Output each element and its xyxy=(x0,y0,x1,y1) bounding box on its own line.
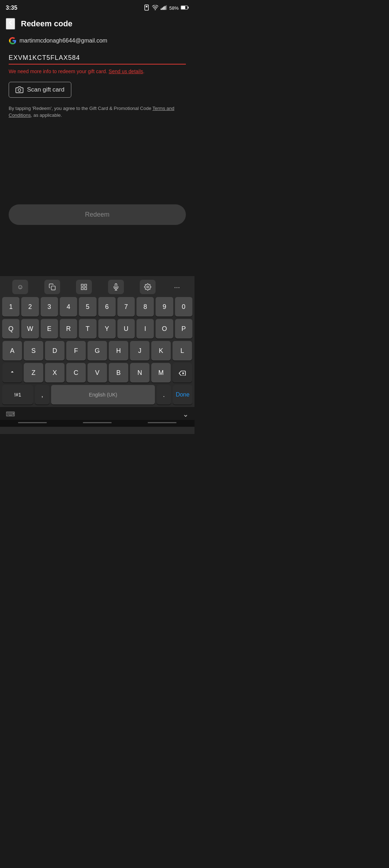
key-l[interactable]: L xyxy=(173,341,192,360)
key-k[interactable]: K xyxy=(151,341,171,360)
terms-text: By tapping 'Redeem', you agree to the Gi… xyxy=(9,105,186,119)
code-input-wrapper[interactable] xyxy=(9,52,186,65)
redeem-button[interactable]: Redeem xyxy=(9,204,186,225)
key-u[interactable]: U xyxy=(117,319,135,338)
key-a[interactable]: A xyxy=(3,341,22,360)
svg-rect-4 xyxy=(162,8,163,10)
symbol-key[interactable]: !#1 xyxy=(2,385,33,404)
key-m[interactable]: M xyxy=(151,363,171,382)
key-c[interactable]: C xyxy=(66,363,86,382)
done-key[interactable]: Done xyxy=(173,385,192,404)
back-button[interactable] xyxy=(6,18,15,30)
emoji-button[interactable]: ☺ xyxy=(12,280,28,294)
key-4[interactable]: 4 xyxy=(60,297,77,316)
svg-rect-3 xyxy=(161,8,162,10)
key-9[interactable]: 9 xyxy=(156,297,173,316)
key-1[interactable]: 1 xyxy=(2,297,19,316)
scan-button-label: Scan gift card xyxy=(27,86,64,93)
keyboard-layout-icon: ⌨ xyxy=(6,410,15,418)
settings-button[interactable] xyxy=(140,280,156,294)
redeem-button-container: Redeem xyxy=(9,204,186,225)
key-5[interactable]: 5 xyxy=(79,297,96,316)
battery-text: 58% xyxy=(169,5,179,11)
keyboard-row-zxcv: Z X C V B N M xyxy=(2,363,192,382)
key-g[interactable]: G xyxy=(88,341,107,360)
key-7[interactable]: 7 xyxy=(117,297,135,316)
key-j[interactable]: J xyxy=(130,341,149,360)
key-d[interactable]: D xyxy=(45,341,64,360)
key-f[interactable]: F xyxy=(66,341,86,360)
battery-icon xyxy=(181,5,189,11)
key-o[interactable]: O xyxy=(156,319,173,338)
key-e[interactable]: E xyxy=(41,319,58,338)
svg-rect-5 xyxy=(163,6,164,10)
key-0[interactable]: 0 xyxy=(175,297,192,316)
status-time: 3:35 xyxy=(6,5,17,11)
key-x[interactable]: X xyxy=(45,363,64,382)
page-title: Redeem code xyxy=(21,19,72,28)
svg-rect-6 xyxy=(165,6,166,10)
key-n[interactable]: N xyxy=(130,363,149,382)
key-r[interactable]: R xyxy=(60,319,77,338)
svg-rect-14 xyxy=(85,284,87,287)
key-2[interactable]: 2 xyxy=(21,297,39,316)
status-icons: 58% xyxy=(143,4,189,12)
svg-rect-10 xyxy=(181,6,185,9)
keyboard-rows: 1 2 3 4 5 6 7 8 9 0 Q W E R T Y U I O P … xyxy=(0,297,194,404)
clipboard-button[interactable] xyxy=(44,280,60,294)
header: Redeem code xyxy=(0,14,194,33)
key-s[interactable]: S xyxy=(24,341,43,360)
key-p[interactable]: P xyxy=(175,319,192,338)
error-message: We need more info to redeem your gift ca… xyxy=(9,68,186,75)
scan-gift-card-button[interactable]: Scan gift card xyxy=(9,82,71,98)
svg-rect-0 xyxy=(145,5,149,10)
grid-button[interactable] xyxy=(76,280,92,294)
keyboard-bottom-hint: ⌨ ⌄ xyxy=(0,407,194,420)
keyboard-toolbar: ☺ ··· xyxy=(0,276,194,297)
svg-point-2 xyxy=(155,9,156,10)
account-row: martinmcdonagh6644@gmail.com xyxy=(9,37,186,45)
key-z[interactable]: Z xyxy=(24,363,43,382)
shift-key[interactable] xyxy=(3,363,22,382)
svg-point-19 xyxy=(147,286,149,288)
sim-icon xyxy=(143,4,150,12)
backspace-key[interactable] xyxy=(173,363,192,382)
keyboard-row-asdf: A S D F G H J K L xyxy=(2,341,192,360)
code-input[interactable] xyxy=(9,52,186,65)
svg-rect-1 xyxy=(146,6,148,7)
space-key[interactable]: English (UK) xyxy=(51,385,155,404)
key-i[interactable]: I xyxy=(137,319,154,338)
key-w[interactable]: W xyxy=(21,319,39,338)
status-bar: 3:35 58% xyxy=(0,0,194,14)
chevron-down-icon[interactable]: ⌄ xyxy=(183,410,189,418)
camera-icon xyxy=(15,86,23,94)
main-content: martinmcdonagh6644@gmail.com We need mor… xyxy=(0,33,194,123)
comma-key[interactable]: , xyxy=(35,385,49,404)
svg-point-11 xyxy=(18,89,21,91)
period-key[interactable]: . xyxy=(157,385,171,404)
key-h[interactable]: H xyxy=(109,341,128,360)
key-b[interactable]: B xyxy=(109,363,128,382)
send-details-link[interactable]: Send us details xyxy=(109,68,143,74)
nav-indicator-3 xyxy=(148,422,176,423)
key-3[interactable]: 3 xyxy=(41,297,58,316)
key-t[interactable]: T xyxy=(79,319,96,338)
svg-rect-9 xyxy=(188,6,189,8)
keyboard-row-numbers: 1 2 3 4 5 6 7 8 9 0 xyxy=(2,297,192,316)
keyboard-row-qwerty: Q W E R T Y U I O P xyxy=(2,319,192,338)
key-q[interactable]: Q xyxy=(2,319,19,338)
svg-rect-7 xyxy=(166,5,167,10)
key-8[interactable]: 8 xyxy=(137,297,154,316)
svg-rect-13 xyxy=(81,284,84,287)
more-button[interactable]: ··· xyxy=(172,283,182,291)
mic-button[interactable] xyxy=(108,280,124,294)
svg-rect-15 xyxy=(81,288,84,290)
svg-rect-16 xyxy=(85,288,87,290)
key-6[interactable]: 6 xyxy=(98,297,116,316)
svg-rect-12 xyxy=(51,286,55,290)
key-v[interactable]: V xyxy=(88,363,107,382)
key-y[interactable]: Y xyxy=(98,319,116,338)
signal-icon xyxy=(161,5,167,11)
keyboard-row-bottom: !#1 , English (UK) . Done xyxy=(2,385,192,404)
account-email: martinmcdonagh6644@gmail.com xyxy=(19,37,107,44)
